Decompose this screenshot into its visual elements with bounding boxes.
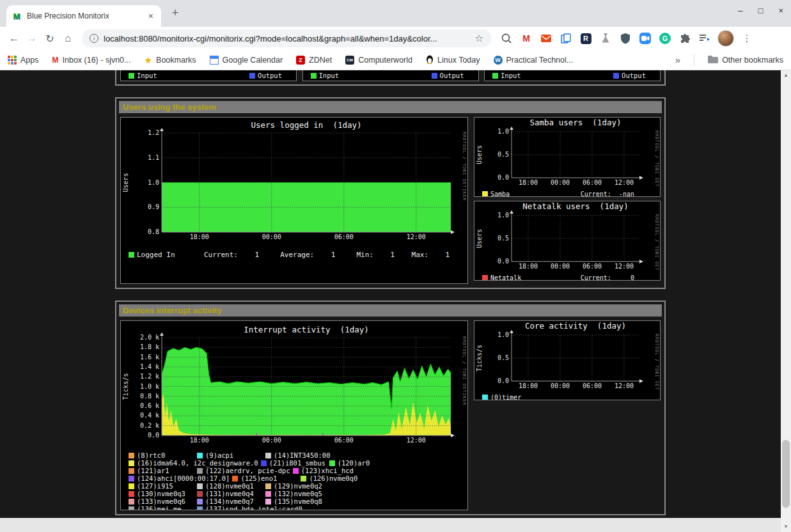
window-minimize-button[interactable]: – (738, 6, 742, 15)
svg-text:0.6 k: 0.6 k (140, 402, 159, 409)
wordpress-icon: W (494, 56, 503, 65)
window-controls: – □ × (738, 6, 783, 15)
penguin-icon (426, 54, 434, 66)
svg-text:00:00: 00:00 (262, 233, 281, 240)
address-bar[interactable]: i localhost:8080/monitorix-cgi/monitorix… (82, 29, 491, 47)
svg-text:1.6 k: 1.6 k (140, 354, 159, 361)
vertical-scrollbar[interactable]: ▲ ▼ (781, 70, 791, 532)
legend-output: Output (249, 72, 282, 79)
tab-title: Blue Precision Monitorix (27, 12, 146, 20)
svg-text:1.0: 1.0 (497, 212, 509, 219)
shield-extension-icon[interactable] (619, 32, 632, 45)
input-swatch-icon (492, 73, 498, 79)
svg-text:12:00: 12:00 (407, 437, 426, 444)
network-graph-cut-1[interactable]: Input Output (120, 70, 297, 81)
bookmark-star-icon[interactable]: ☆ (475, 33, 483, 44)
bookmarks-overflow-chevron[interactable]: » (675, 54, 680, 65)
svg-text:Netatalk users (1day): Netatalk users (1day) (522, 201, 629, 211)
bookmark-apps[interactable]: Apps (8, 56, 39, 65)
other-bookmarks-folder[interactable]: Other bookmarks (708, 55, 783, 65)
legend-output: Output (613, 72, 646, 79)
core-activity-graph[interactable]: Core activity (1day)Ticks/s1.00.50.018:0… (474, 320, 661, 400)
profile-avatar[interactable] (717, 30, 734, 47)
reload-button[interactable]: ↻ (41, 29, 59, 47)
window-maximize-button[interactable]: □ (758, 6, 764, 15)
svg-text:1.0: 1.0 (497, 128, 509, 135)
star-icon: ★ (145, 55, 153, 65)
home-button[interactable]: ⌂ (59, 29, 77, 47)
svg-text:Ticks/s: Ticks/s (122, 373, 129, 400)
back-button[interactable]: ← (5, 29, 23, 47)
bookmark-practical-technology[interactable]: W Practical Technol... (494, 56, 574, 65)
bookmark-computerworld[interactable]: CW Computerworld (345, 56, 412, 65)
users-logged-in-graph[interactable]: Users logged in (1day)Users1.21.11.00.90… (120, 117, 468, 284)
output-swatch-icon (613, 73, 619, 79)
svg-text:18:00: 18:00 (519, 382, 538, 389)
svg-text:0.0: 0.0 (497, 377, 509, 384)
bookmark-label: Google Calendar (223, 56, 283, 65)
forward-button[interactable]: → (23, 29, 41, 47)
mail-extension-icon[interactable] (540, 32, 552, 45)
samba-users-graph[interactable]: Samba users (1day)Users1.00.50.018:0000:… (474, 117, 661, 197)
copy-pages-extension-icon[interactable] (560, 32, 572, 45)
bookmark-bookmarks[interactable]: ★ Bookmarks (145, 55, 196, 65)
browser-tab[interactable]: M Blue Precision Monitorix × (6, 5, 161, 27)
tab-close-icon[interactable]: × (146, 11, 156, 21)
svg-text:1.8 k: 1.8 k (140, 343, 159, 350)
grammarly-extension-icon[interactable]: G (659, 32, 671, 45)
svg-text:0.5: 0.5 (497, 354, 509, 361)
site-info-icon[interactable]: i (90, 34, 98, 43)
svg-text:12:00: 12:00 (615, 382, 634, 389)
interrupt-activity-graph[interactable]: Interrupt activity (1day)Ticks/s2.0 k1.8… (120, 320, 468, 510)
window-close-button[interactable]: × (778, 6, 783, 15)
scroll-up-arrow[interactable]: ▲ (781, 70, 791, 81)
network-graph-cut-2[interactable]: Input Output (302, 70, 479, 81)
section-interrupts: Devices interrupt activity Interrupt act… (115, 301, 666, 515)
svg-text:12:00: 12:00 (407, 233, 426, 240)
r-extension-icon[interactable]: R (579, 32, 592, 45)
svg-text:0.5: 0.5 (497, 235, 509, 242)
bookmark-zdnet[interactable]: Z ZDNet (296, 56, 332, 65)
monitorix-page: Input Output Input Output Input Output U… (115, 70, 666, 515)
search-extension-icon[interactable] (500, 32, 513, 45)
bookmark-google-calendar[interactable]: Google Calendar (210, 56, 283, 65)
svg-text:RRDTOOL / TOBI OETIKER: RRDTOOL / TOBI OETIKER (462, 132, 467, 201)
svg-text:06:00: 06:00 (334, 437, 354, 444)
flask-extension-icon[interactable] (599, 32, 612, 45)
section-users: Users using the system Users logged in (… (115, 97, 666, 289)
zoom-extension-icon[interactable] (639, 32, 652, 45)
svg-text:06:00: 06:00 (334, 233, 354, 240)
svg-text:RRDTOOL / TOBI OETIKER: RRDTOOL / TOBI OETIKER (654, 130, 659, 187)
svg-text:2.0 k: 2.0 k (140, 334, 159, 341)
previous-section-fragment: Input Output Input Output Input Output (115, 70, 666, 86)
bookmark-label: Linux Today (437, 56, 480, 65)
scrollbar-thumb[interactable] (782, 440, 790, 508)
monitorix-favicon-icon: M (12, 12, 22, 21)
netatalk-users-graph[interactable]: Netatalk users (1day)Users1.00.50.018:00… (474, 201, 661, 281)
bookmark-linux-today[interactable]: Linux Today (426, 54, 480, 66)
playlist-extension-icon[interactable] (698, 32, 711, 45)
computerworld-icon: CW (345, 56, 354, 65)
extensions-puzzle-icon[interactable] (678, 32, 691, 45)
new-tab-button[interactable]: + (168, 6, 183, 20)
svg-text:0.0: 0.0 (497, 258, 509, 265)
gmail-extension-icon[interactable]: M (520, 32, 533, 45)
network-graph-cut-3[interactable]: Input Output (484, 70, 661, 81)
gmail-icon: M (52, 56, 59, 65)
input-swatch-icon (129, 73, 134, 79)
svg-text:00:00: 00:00 (551, 263, 570, 270)
url-text[interactable]: localhost:8080/monitorix-cgi/monitorix.c… (104, 34, 470, 43)
scroll-down-arrow[interactable]: ▼ (781, 522, 791, 532)
output-swatch-icon (432, 73, 437, 79)
apps-grid-icon (8, 56, 17, 65)
browser-menu-button[interactable]: ⋮ (738, 29, 756, 47)
svg-text:12:00: 12:00 (615, 263, 634, 270)
svg-text:00:00: 00:00 (551, 179, 570, 186)
bookmark-inbox[interactable]: M Inbox (16) - sjvn0... (52, 56, 131, 65)
output-swatch-icon (249, 73, 255, 79)
svg-text:0.4 k: 0.4 k (140, 412, 159, 419)
svg-text:0.5: 0.5 (497, 151, 509, 158)
bookmark-label: Practical Technol... (506, 56, 574, 65)
legend-input: Input (311, 72, 340, 79)
svg-text:Samba users (1day): Samba users (1day) (530, 118, 622, 127)
